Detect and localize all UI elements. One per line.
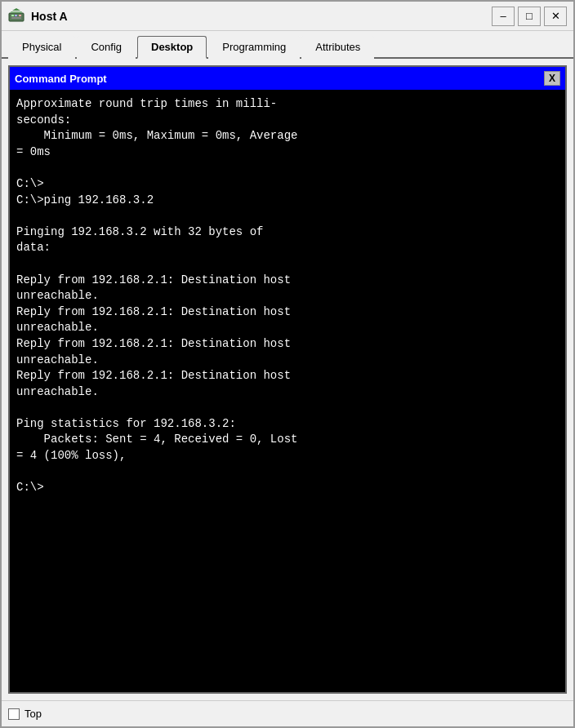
close-button[interactable]: ✕ [544, 7, 567, 26]
title-bar: Host A – □ ✕ [2, 2, 573, 31]
terminal-output[interactable]: Approximate round trip times in milli- s… [10, 90, 565, 692]
window-title: Host A [31, 10, 492, 23]
svg-rect-4 [19, 15, 21, 16]
tab-config[interactable]: Config [77, 36, 136, 59]
svg-rect-1 [11, 11, 22, 13]
tab-physical[interactable]: Physical [8, 36, 75, 59]
maximize-button[interactable]: □ [518, 7, 541, 26]
window-controls: – □ ✕ [492, 7, 567, 26]
svg-rect-5 [11, 17, 21, 19]
minimize-button[interactable]: – [492, 7, 515, 26]
tab-desktop[interactable]: Desktop [137, 36, 207, 59]
cmd-title-bar: Command Prompt X [10, 67, 565, 90]
svg-rect-2 [11, 15, 14, 16]
desktop-content: Command Prompt X Approximate round trip … [2, 59, 573, 700]
tab-bar: Physical Config Desktop Programming Attr… [2, 31, 573, 59]
cmd-title-text: Command Prompt [15, 73, 107, 85]
tab-programming[interactable]: Programming [208, 36, 300, 59]
app-icon [8, 8, 25, 24]
cmd-close-button[interactable]: X [544, 71, 560, 86]
svg-rect-3 [15, 15, 17, 16]
main-window: Host A – □ ✕ Physical Config Desktop Pro… [0, 0, 575, 728]
terminal-text: Approximate round trip times in milli- s… [16, 96, 559, 496]
top-label: Top [25, 708, 42, 720]
svg-marker-6 [12, 8, 20, 11]
top-checkbox[interactable] [8, 708, 20, 720]
tab-attributes[interactable]: Attributes [301, 36, 374, 59]
bottom-bar: Top [2, 700, 573, 726]
cmd-window: Command Prompt X Approximate round trip … [8, 65, 567, 694]
